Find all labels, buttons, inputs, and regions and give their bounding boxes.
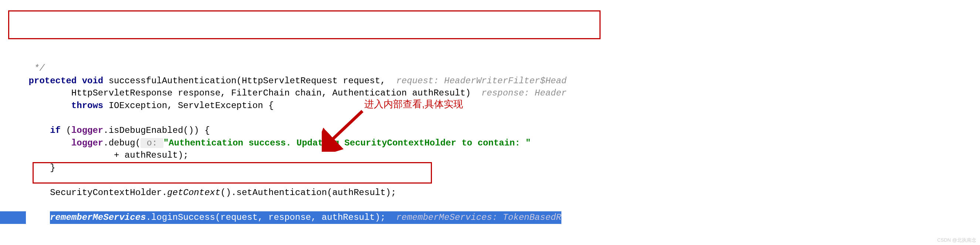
method-params-line2: HttpServletResponse response, FilterChai… [7, 88, 471, 98]
watermark: CSDN @北执南念 [937, 237, 976, 243]
highlight-box-signature [8, 10, 601, 39]
inlay-hint-remember: rememberMeServices: TokenBasedR [391, 212, 562, 223]
keyword-protected: protected [29, 76, 77, 86]
comment-end: */ [7, 63, 45, 73]
brace-close: } [7, 163, 56, 173]
field-remembermeservices: rememberMeServices [50, 212, 146, 223]
execution-line[interactable]: rememberMeServices.loginSuccess(request,… [50, 211, 562, 224]
concat-authresult: + authResult); [7, 150, 189, 160]
string-literal: "Authentication success. Updating Securi… [164, 138, 531, 148]
method-signature: successfulAuthentication(HttpServletRequ… [109, 76, 386, 86]
inlay-hint-response: response: Header [482, 88, 566, 98]
keyword-void: void [82, 76, 103, 86]
security-context-call: SecurityContextHolder. [7, 188, 167, 197]
annotation-text: 进入内部查看,具体实现 [364, 97, 463, 111]
throws-list: IOException, ServletException { [109, 101, 274, 111]
keyword-if: if [50, 126, 60, 135]
getcontext-call: getContext [167, 188, 220, 197]
field-logger1: logger [72, 126, 103, 135]
keyword-throws: throws [72, 101, 103, 111]
field-logger2: logger [72, 138, 103, 148]
param-hint-o: o: [140, 138, 164, 148]
execution-gutter [0, 211, 26, 224]
inlay-hint-request: request: HeaderWriterFilter$Head [396, 76, 566, 86]
code-editor[interactable]: */ protected void successfulAuthenticati… [0, 49, 980, 224]
